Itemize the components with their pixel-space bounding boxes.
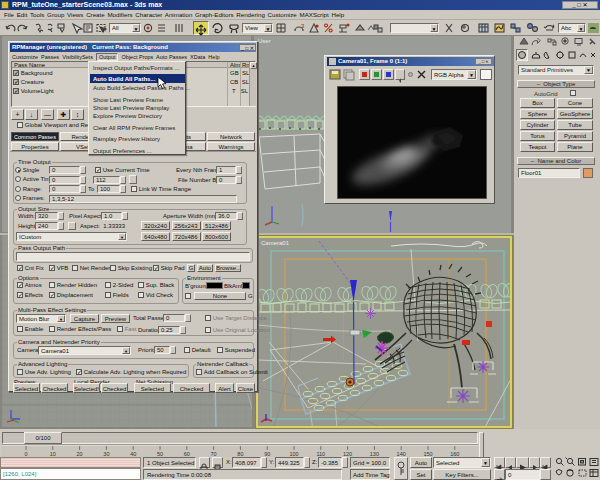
svg-text:3: 3 [301,23,305,29]
